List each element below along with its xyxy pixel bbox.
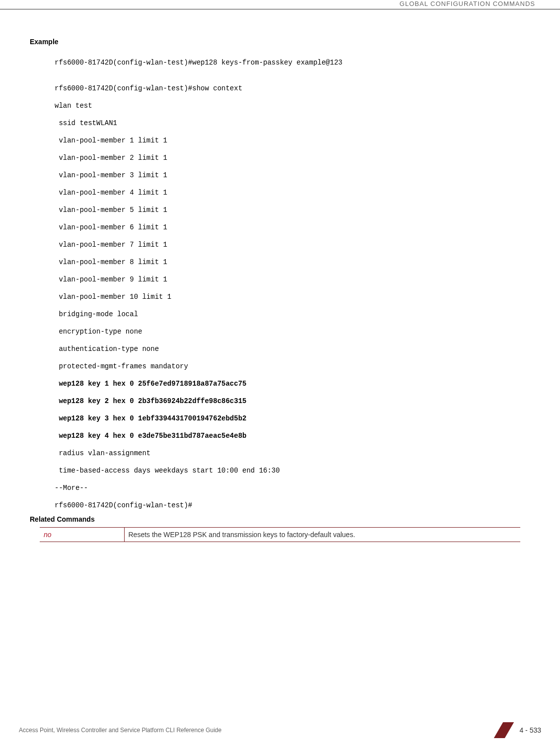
- code-line: rfs6000-81742D(config-wlan-test)#: [55, 501, 530, 510]
- code-line: vlan-pool-member 2 limit 1: [55, 154, 530, 163]
- code-line: vlan-pool-member 6 limit 1: [55, 223, 530, 232]
- related-command-cell: no: [40, 527, 124, 542]
- page-number: 4 - 533: [519, 726, 541, 734]
- code-line-bold: wep128 key 2 hex 0 2b3fb36924b22dffe98c8…: [55, 397, 530, 406]
- example-heading: Example: [30, 38, 530, 46]
- code-line: --More--: [55, 484, 530, 493]
- code-line: bridging-mode local: [55, 310, 530, 319]
- code-line: rfs6000-81742D(config-wlan-test)#show co…: [55, 84, 530, 93]
- related-command-link[interactable]: no: [44, 531, 52, 539]
- code-line: authentication-type none: [55, 345, 530, 354]
- code-line: encryption-type none: [55, 328, 530, 337]
- table-row: no Resets the WEP128 PSK and transmissio…: [40, 527, 520, 542]
- code-line: vlan-pool-member 5 limit 1: [55, 206, 530, 215]
- code-line: time-based-access days weekdays start 10…: [55, 467, 530, 476]
- code-line: vlan-pool-member 1 limit 1: [55, 137, 530, 145]
- code-line: vlan-pool-member 8 limit 1: [55, 258, 530, 267]
- related-command-description: Resets the WEP128 PSK and transmission k…: [124, 527, 520, 542]
- code-line: rfs6000-81742D(config-wlan-test)#wep128 …: [55, 59, 530, 68]
- code-line: wlan test: [55, 102, 530, 111]
- related-commands-heading: Related Commands: [30, 515, 530, 523]
- code-line: vlan-pool-member 9 limit 1: [55, 275, 530, 284]
- code-line-bold: wep128 key 1 hex 0 25f6e7ed9718918a87a75…: [55, 380, 530, 389]
- related-commands-table: no Resets the WEP128 PSK and transmissio…: [40, 527, 520, 542]
- code-line: radius vlan-assignment: [55, 449, 530, 458]
- code-line: vlan-pool-member 4 limit 1: [55, 189, 530, 198]
- code-line: vlan-pool-member 10 limit 1: [55, 293, 530, 302]
- code-line-bold: wep128 key 3 hex 0 1ebf3394431700194762e…: [55, 414, 530, 423]
- page-badge-decoration: [494, 722, 514, 738]
- main-content: Example rfs6000-81742D(config-wlan-test)…: [30, 38, 530, 542]
- code-line: protected-mgmt-frames mandatory: [55, 362, 530, 371]
- header-divider: [0, 9, 560, 9]
- code-line: vlan-pool-member 7 limit 1: [55, 241, 530, 250]
- footer-text: Access Point, Wireless Controller and Se…: [19, 727, 221, 734]
- page-header-title: GLOBAL CONFIGURATION COMMANDS: [400, 0, 535, 7]
- example-code-block: rfs6000-81742D(config-wlan-test)#wep128 …: [55, 50, 530, 510]
- page-footer: Access Point, Wireless Controller and Se…: [19, 722, 541, 738]
- footer-page-badge: 4 - 533: [482, 722, 541, 738]
- code-line: ssid testWLAN1: [55, 119, 530, 128]
- code-line-bold: wep128 key 4 hex 0 e3de75be311bd787aeac5…: [55, 432, 530, 441]
- code-line: vlan-pool-member 3 limit 1: [55, 171, 530, 180]
